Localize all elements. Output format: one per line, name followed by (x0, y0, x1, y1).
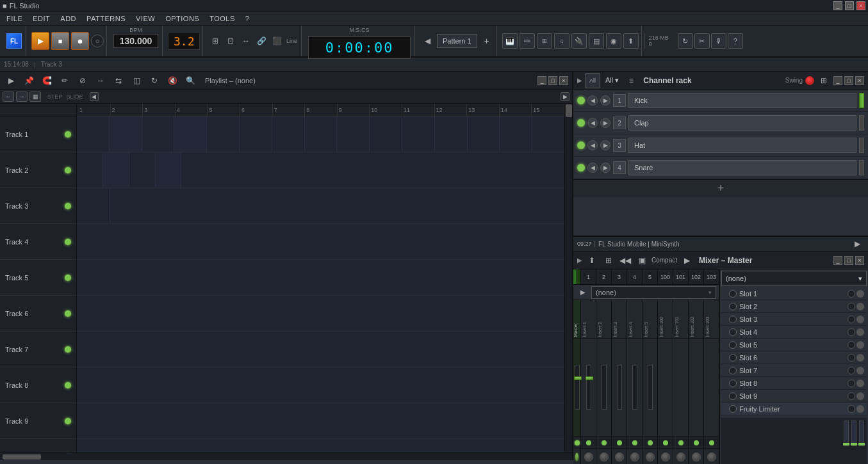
hscroll-handle[interactable] (3, 454, 41, 460)
mixer-max-btn[interactable]: □ (844, 256, 853, 265)
slot-9-btn1[interactable] (848, 392, 855, 400)
slot-item-9[interactable]: Slot 9 (721, 390, 867, 403)
help-icon[interactable]: ? (728, 33, 743, 49)
pl-scroll-right-btn[interactable]: ▶ (561, 92, 569, 101)
gc-1-10[interactable] (370, 116, 402, 152)
mixer-knob-101[interactable] (676, 452, 685, 461)
grid-row-2[interactable] (77, 152, 564, 188)
swing-knob[interactable] (805, 76, 814, 85)
ch-rack-grid-btn[interactable]: ⊞ (817, 74, 831, 88)
send-dot-4[interactable] (632, 440, 637, 445)
track-grid-area[interactable]: 1 2 3 4 5 6 7 8 9 10 11 12 13 (77, 104, 564, 452)
mixer-ins3-track[interactable] (617, 365, 622, 410)
mixer-expand-btn[interactable]: ▶ (680, 253, 694, 268)
mixer-ins1-handle[interactable] (585, 376, 593, 380)
mixer-knob-1[interactable] (584, 452, 593, 461)
play-btn[interactable]: ▶ (31, 32, 49, 50)
grid-row-1[interactable] (77, 116, 564, 152)
grid-row-7[interactable] (77, 332, 564, 367)
send-dot-101[interactable] (678, 440, 684, 445)
ch-hat-btn1[interactable]: ◀ (587, 140, 598, 150)
transport-icon-1[interactable]: ⊞ (208, 34, 222, 48)
mixer-ch-101[interactable]: 101 (673, 269, 689, 284)
slot-8-btn2[interactable] (856, 380, 864, 387)
slot-item-4[interactable]: Slot 4 (721, 326, 867, 339)
ch-hat-led[interactable] (577, 141, 585, 149)
menu-options[interactable]: OPTIONS (160, 13, 204, 24)
gc-2-2[interactable] (103, 152, 129, 188)
mixer-knob-master[interactable] (575, 452, 579, 461)
sample-btn[interactable]: ▤ (589, 33, 604, 49)
send-dot-1[interactable] (586, 440, 591, 445)
menu-help[interactable]: ? (240, 13, 255, 24)
gc-1-12[interactable] (435, 116, 468, 152)
menu-edit[interactable]: EDIT (28, 13, 55, 24)
ch-clap-name[interactable]: Clap (628, 115, 856, 131)
pl-slide-btn[interactable]: → (16, 92, 28, 102)
mixer-btn[interactable]: ♫ (554, 33, 569, 49)
slot-4-btn1[interactable] (848, 328, 855, 336)
gc-1-13[interactable] (468, 116, 500, 152)
slot-preset-selector[interactable]: (none) ▾ (721, 271, 867, 286)
mixer-icon-3[interactable]: ◀◀ (618, 253, 632, 268)
gc-3-rest[interactable] (110, 188, 564, 223)
mixer-ch-102[interactable]: 102 (689, 269, 704, 284)
send-dot-103[interactable] (709, 440, 714, 445)
eq-fader-1[interactable] (844, 420, 849, 446)
slot-1-btn1[interactable] (848, 290, 855, 298)
close-btn[interactable]: × (856, 1, 865, 10)
ch-snare-name[interactable]: Snare (628, 160, 856, 175)
pl-minimize-btn[interactable]: _ (537, 76, 546, 85)
slot-item-3[interactable]: Slot 3 (721, 313, 867, 326)
eq-handle-2[interactable] (851, 443, 857, 445)
next-pattern-btn[interactable]: + (480, 34, 494, 48)
slot-6-btn2[interactable] (856, 354, 864, 362)
ch-clap-led[interactable] (577, 119, 585, 127)
record2-btn[interactable]: ◉ (606, 33, 621, 49)
ch-kick-btn2[interactable]: ▶ (600, 95, 610, 106)
grid-row-10[interactable] (77, 439, 564, 452)
menu-add[interactable]: ADD (55, 13, 81, 24)
gc-4-all[interactable] (77, 224, 564, 259)
ch-snare-btn1[interactable]: ◀ (587, 163, 598, 173)
slot-4-btn2[interactable] (856, 328, 864, 336)
slot-item-7[interactable]: Slot 7 (721, 364, 867, 377)
mixer-ch-103[interactable]: 103 (704, 269, 719, 284)
grid-row-4[interactable] (77, 224, 564, 260)
playlist-vscroll[interactable] (564, 104, 572, 452)
send-dot-master[interactable] (575, 440, 580, 445)
ch-kick-led[interactable] (577, 97, 585, 104)
pl-slice-icon[interactable]: ◫ (129, 74, 143, 88)
mixer-collapse-btn[interactable]: ▶ (577, 257, 582, 264)
gc-1-2[interactable] (110, 116, 142, 152)
send-dot-3[interactable] (617, 440, 622, 445)
pl-magnet-icon[interactable]: 🧲 (40, 74, 54, 88)
pl-zoom-icon[interactable]: 🔍 (183, 74, 197, 88)
send-dot-100[interactable] (663, 440, 668, 445)
step-btn[interactable]: ≡≡ (520, 33, 535, 49)
mixer-preset-left-icon[interactable]: ▶ (576, 285, 590, 300)
gc-1-1[interactable] (77, 116, 110, 152)
ch-kick-btn1[interactable]: ◀ (587, 95, 598, 106)
pattern-selector[interactable]: Pattern 1 (437, 34, 477, 48)
gc-1-3[interactable] (142, 116, 175, 152)
eq-handle-3[interactable] (858, 443, 865, 445)
ch-hat-name[interactable]: Hat (628, 138, 856, 153)
mixer-ch-1[interactable]: 1 (581, 269, 596, 284)
ch-snare-fader[interactable] (859, 160, 864, 175)
mixer-ch-5[interactable]: 5 (643, 269, 658, 284)
pl-pin-icon[interactable]: 📌 (22, 74, 36, 88)
gc-1-6[interactable] (240, 116, 272, 152)
slot-2-btn1[interactable] (848, 303, 855, 310)
mixer-ch-100[interactable]: 100 (658, 269, 673, 284)
scissors-icon[interactable]: ✂ (694, 33, 710, 49)
playlist-hscroll[interactable] (0, 452, 572, 460)
gc-1-7[interactable] (272, 116, 305, 152)
pl-scroll-left-btn[interactable]: ◀ (90, 92, 99, 101)
fl-info-expand-btn[interactable]: ▶ (850, 237, 864, 251)
plugin-btn[interactable]: 🔌 (571, 33, 587, 49)
pl-step-btn[interactable]: ← (3, 92, 14, 102)
slot-3-btn2[interactable] (856, 316, 864, 323)
grid-container[interactable] (77, 116, 564, 452)
ch-clap-fader[interactable] (859, 115, 864, 131)
